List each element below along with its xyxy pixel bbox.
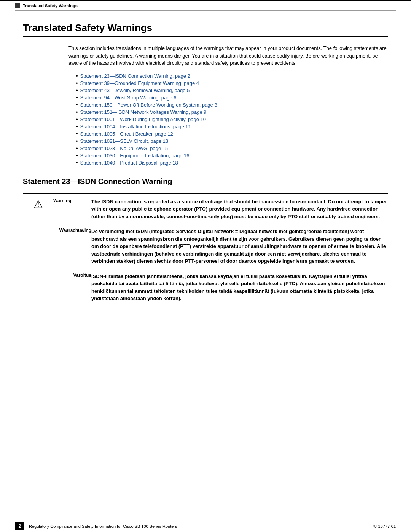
toc-list: Statement 23—ISDN Connection Warning, pa… bbox=[76, 73, 388, 166]
main-content: Translated Safety Warnings This section … bbox=[0, 11, 411, 337]
warning-triangle-icon: ⚠ bbox=[33, 198, 43, 210]
translations-table: WaarschuwingDe verbinding met ISDN (Inte… bbox=[23, 224, 388, 306]
section1-heading: Statement 23—ISDN Connection Warning bbox=[23, 177, 388, 186]
toc-link[interactable]: Statement 1004—Installation Instructions… bbox=[80, 124, 191, 129]
toc-list-item: Statement 43—Jewelry Removal Warning, pa… bbox=[76, 88, 388, 93]
toc-link[interactable]: Statement 1021—SELV Circuit, page 13 bbox=[80, 138, 169, 144]
toc-list-item: Statement 1040—Product Disposal, page 18 bbox=[76, 160, 388, 166]
toc-list-item: Statement 151—ISDN Network Voltages Warn… bbox=[76, 109, 388, 115]
toc-list-item: Statement 1005—Circuit Breaker, page 12 bbox=[76, 131, 388, 137]
toc-list-item: Statement 150—Power Off Before Working o… bbox=[76, 102, 388, 108]
toc-link[interactable]: Statement 1023—No. 26 AWG, page 15 bbox=[80, 145, 168, 151]
toc-list-item: Statement 1021—SELV Circuit, page 13 bbox=[76, 138, 388, 144]
warning-table: ⚠ Warning The ISDN connection is regarde… bbox=[23, 194, 388, 224]
toc-list-item: Statement 39—Grounded Equipment Warning,… bbox=[76, 80, 388, 86]
warning-label: Warning bbox=[53, 198, 72, 203]
translations-block: WaarschuwingDe verbinding met ISDN (Inte… bbox=[23, 224, 388, 306]
page-title: Translated Safety Warnings bbox=[23, 22, 388, 37]
toc-list-item: Statement 23—ISDN Connection Warning, pa… bbox=[76, 73, 388, 79]
translation-label: Varoitus bbox=[53, 269, 91, 306]
warning-text: The ISDN connection is regarded as a sou… bbox=[91, 199, 387, 219]
toc-link[interactable]: Statement 1030—Equipment Installation, p… bbox=[80, 153, 190, 158]
footer-left: 2 Regulatory Compliance and Safety Infor… bbox=[15, 522, 177, 530]
translation-row: WaarschuwingDe verbinding met ISDN (Inte… bbox=[23, 224, 388, 269]
footer-right-text: 78-16777-01 bbox=[372, 524, 396, 529]
toc-link[interactable]: Statement 1001—Work During Lightning Act… bbox=[80, 117, 206, 122]
toc-list-item: Statement 1030—Equipment Installation, p… bbox=[76, 153, 388, 158]
toc-list-item: Statement 1023—No. 26 AWG, page 15 bbox=[76, 145, 388, 151]
translation-text: De verbinding met ISDN (Integrated Servi… bbox=[91, 224, 388, 269]
toc-link[interactable]: Statement 94—Wrist Strap Warning, page 6 bbox=[80, 95, 177, 101]
toc-list-item: Statement 94—Wrist Strap Warning, page 6 bbox=[76, 95, 388, 101]
footer-center-text: Regulatory Compliance and Safety Informa… bbox=[29, 524, 177, 529]
warning-icon-cell: ⚠ bbox=[23, 194, 53, 224]
toc-link[interactable]: Statement 43—Jewelry Removal Warning, pa… bbox=[80, 88, 190, 93]
warning-text-cell: The ISDN connection is regarded as a sou… bbox=[91, 194, 388, 224]
translation-spacer bbox=[23, 224, 53, 269]
toc-link[interactable]: Statement 39—Grounded Equipment Warning,… bbox=[80, 80, 199, 86]
toc-link[interactable]: Statement 1005—Circuit Breaker, page 12 bbox=[80, 131, 173, 137]
toc-link[interactable]: Statement 151—ISDN Network Voltages Warn… bbox=[80, 109, 207, 115]
header-square-icon bbox=[15, 3, 20, 8]
translation-text: ISDN-liitäntää pidetään jännitelähteenä,… bbox=[91, 269, 388, 306]
footer-page-number: 2 bbox=[15, 522, 24, 530]
toc-link[interactable]: Statement 1040—Product Disposal, page 18 bbox=[80, 160, 178, 166]
header-bar: Translated Safety Warnings bbox=[0, 0, 411, 10]
header-section-label: Translated Safety Warnings bbox=[23, 3, 78, 8]
toc-list-item: Statement 1004—Installation Instructions… bbox=[76, 124, 388, 129]
translation-label: Waarschuwing bbox=[53, 224, 91, 269]
footer-inner: 2 Regulatory Compliance and Safety Infor… bbox=[0, 520, 411, 532]
warning-row: ⚠ Warning The ISDN connection is regarde… bbox=[23, 194, 388, 224]
footer: 2 Regulatory Compliance and Safety Infor… bbox=[0, 520, 411, 532]
toc-link[interactable]: Statement 23—ISDN Connection Warning, pa… bbox=[80, 73, 190, 79]
warning-label-cell: Warning bbox=[53, 194, 91, 224]
translation-spacer bbox=[23, 269, 53, 306]
intro-paragraph: This section includes translations in mu… bbox=[68, 45, 388, 67]
warning-section: ⚠ Warning The ISDN connection is regarde… bbox=[23, 193, 388, 224]
toc-list-item: Statement 1001—Work During Lightning Act… bbox=[76, 117, 388, 122]
translation-row: VaroitusISDN-liitäntää pidetään jännitel… bbox=[23, 269, 388, 306]
toc-link[interactable]: Statement 150—Power Off Before Working o… bbox=[80, 102, 217, 108]
